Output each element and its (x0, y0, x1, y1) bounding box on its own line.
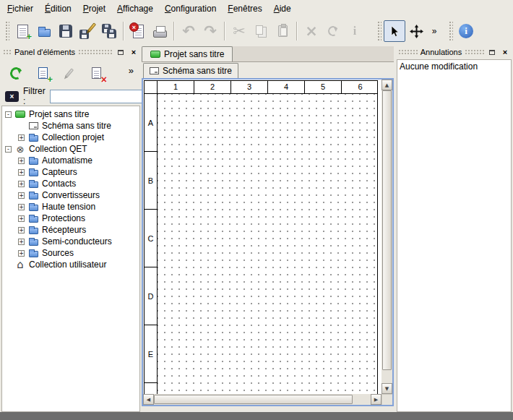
expander-icon[interactable]: + (18, 134, 25, 141)
tree-item-schema[interactable]: Schéma sans titre (2, 120, 139, 132)
edit-element-button[interactable] (59, 62, 80, 84)
ruler-row-label: C (145, 210, 157, 267)
cut-button[interactable]: ✂ (228, 20, 250, 42)
ruler-column-label: 1 (158, 81, 194, 93)
undo-list[interactable]: Aucune modification (397, 59, 512, 412)
tree-item-label: Sources (42, 248, 74, 258)
horizontal-scrollbar[interactable]: ◀ ▶ (143, 394, 381, 405)
delete-element-button[interactable]: × (85, 62, 107, 84)
expander-icon[interactable]: + (18, 169, 25, 176)
schema-tab[interactable]: Schéma sans titre (143, 63, 238, 78)
save-as-button[interactable] (77, 20, 98, 42)
menu-projet[interactable]: Projet (77, 1, 111, 17)
printer-icon (153, 30, 167, 38)
horizontal-scroll-thumb[interactable] (154, 395, 353, 404)
vertical-scroll-thumb[interactable] (382, 90, 392, 370)
right-dock-titlebar[interactable]: Annulations × (397, 46, 512, 59)
scroll-up-button[interactable]: ▲ (381, 80, 392, 90)
left-dock-titlebar[interactable]: Panel d'éléments × (1, 46, 140, 59)
folder-icon (27, 191, 39, 200)
new-document-button[interactable]: + (12, 20, 33, 42)
clear-filter-button[interactable]: × (5, 91, 19, 102)
undo-button[interactable]: ↶ (178, 20, 199, 42)
expander-icon[interactable]: + (18, 215, 25, 222)
folder-icon (27, 168, 39, 176)
clear-filter-icon: × (10, 93, 14, 100)
element-info-button[interactable]: i (344, 20, 366, 42)
schema-window: 1 2 3 4 5 6 A B C D E (142, 78, 394, 406)
float-dock-button[interactable] (487, 47, 497, 57)
tree-item-automatisme[interactable]: + Automatisme (2, 155, 139, 166)
toolbar-grip[interactable] (377, 21, 381, 41)
expander-icon[interactable]: - (5, 111, 12, 118)
new-element-button[interactable]: + (32, 62, 53, 84)
tree-item-recepteurs[interactable]: + Récepteurs (2, 224, 139, 236)
open-document-button[interactable] (33, 20, 55, 42)
tree-item-contacts[interactable]: + Contacts (2, 178, 139, 189)
close-document-button[interactable]: × (127, 20, 149, 42)
menu-edition[interactable]: Édition (39, 1, 77, 17)
print-button[interactable] (149, 20, 171, 42)
menu-aide[interactable]: Aide (268, 1, 297, 17)
delete-button[interactable]: × (301, 20, 322, 42)
toolbar-grip[interactable] (5, 21, 9, 41)
row-ruler: A B C D E (145, 94, 158, 394)
toolbar-grip[interactable] (449, 21, 453, 41)
close-dock-button[interactable]: × (129, 47, 139, 57)
tree-item-capteurs[interactable]: + Capteurs (2, 166, 139, 178)
expander-icon[interactable]: + (18, 227, 25, 233)
expander-icon[interactable]: + (18, 181, 25, 187)
scroll-right-button[interactable]: ▶ (371, 394, 381, 405)
tree-item-label: Convertisseurs (42, 190, 100, 200)
tree-item-label: Haute tension (42, 202, 95, 212)
info-icon: i (353, 25, 356, 38)
schema-canvas[interactable] (158, 94, 377, 394)
project-tab[interactable]: Projet sans titre (142, 46, 233, 61)
reload-collections-button[interactable] (5, 62, 27, 84)
vertical-scrollbar[interactable]: ▲ ▼ (381, 80, 392, 394)
toolbar-separator (173, 22, 175, 40)
menu-configuration[interactable]: Configuration (159, 1, 222, 17)
tree-item-collection-qet[interactable]: - ⊗ Collection QET (2, 143, 139, 155)
float-dock-button[interactable] (116, 47, 126, 57)
expander-icon[interactable]: + (18, 192, 25, 199)
paste-button[interactable] (272, 20, 293, 42)
close-dock-button[interactable]: × (500, 47, 510, 57)
tree-item-haute-tension[interactable]: + Haute tension (2, 201, 139, 213)
tree-item-project[interactable]: - Projet sans titre (2, 108, 139, 120)
expander-icon[interactable]: + (18, 239, 25, 245)
menu-fichier[interactable]: Fichier (1, 1, 39, 17)
panel-overflow-button[interactable]: » (129, 65, 137, 76)
expander-icon[interactable]: + (18, 204, 25, 210)
menu-affichage[interactable]: Affichage (111, 1, 159, 17)
tools-overflow-button[interactable]: » (427, 20, 441, 42)
expander-icon[interactable]: + (18, 158, 25, 164)
tree-item-label: Semi-conducteurs (42, 236, 112, 247)
tree-item-semi-conducteurs[interactable]: + Semi-conducteurs (2, 236, 139, 247)
rotate-button[interactable] (322, 20, 344, 42)
move-tool-button[interactable] (405, 20, 427, 42)
select-tool-button[interactable] (384, 20, 405, 42)
tree-item-collection-projet[interactable]: + Collection projet (2, 132, 139, 143)
tree-item-protections[interactable]: + Protections (2, 213, 139, 224)
scroll-left-button[interactable]: ◀ (143, 394, 154, 405)
dock-grip (3, 49, 12, 55)
save-all-button[interactable] (98, 20, 120, 42)
scroll-down-button[interactable]: ▼ (381, 383, 392, 394)
menu-fenetres[interactable]: Fenêtres (222, 1, 267, 17)
save-button[interactable] (55, 20, 77, 42)
ruler-column-label: 5 (305, 81, 342, 93)
delete-element-icon (92, 67, 101, 79)
tree-item-convertisseurs[interactable]: + Convertisseurs (2, 189, 139, 201)
copy-button[interactable] (250, 20, 272, 42)
open-folder-icon (38, 29, 51, 37)
cursor-arrow-icon (389, 25, 400, 37)
expander-icon[interactable]: + (18, 250, 25, 257)
tree-item-collection-utilisateur[interactable]: ⌂ Collection utilisateur (2, 259, 139, 270)
folder-icon (27, 237, 39, 246)
redo-button[interactable]: ↷ (199, 20, 221, 42)
column-ruler: 1 2 3 4 5 6 (145, 81, 377, 94)
about-button[interactable]: i (455, 20, 477, 42)
tree-item-sources[interactable]: + Sources (2, 247, 139, 259)
expander-icon[interactable]: - (5, 146, 12, 153)
